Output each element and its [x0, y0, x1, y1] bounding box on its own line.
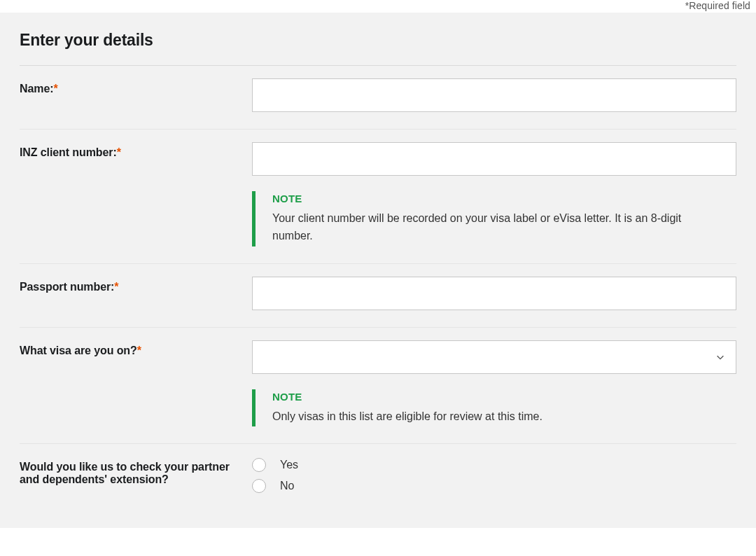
- form-panel: Enter your details Name:* INZ client num…: [0, 13, 756, 528]
- note-accent-bar: [252, 191, 255, 246]
- radio-circle-icon: [252, 458, 266, 472]
- radio-no-label: No: [280, 480, 294, 492]
- visa-label: What visa are you on?*: [20, 345, 141, 356]
- field-col: NOTE Only visas in this list are eligibl…: [252, 340, 736, 427]
- partner-radio-group: Yes No: [252, 457, 736, 493]
- label-col: What visa are you on?*: [20, 340, 252, 427]
- note-text: Your client number will be recorded on y…: [272, 210, 706, 245]
- radio-no[interactable]: No: [252, 479, 736, 493]
- note-visa: NOTE Only visas in this list are eligibl…: [252, 389, 736, 427]
- field-col: Yes No: [252, 457, 736, 500]
- visa-select[interactable]: [252, 340, 736, 374]
- note-body: NOTE Only visas in this list are eligibl…: [272, 389, 542, 427]
- row-client-number: INZ client number:* NOTE Your client num…: [20, 130, 736, 264]
- radio-yes-label: Yes: [280, 459, 298, 471]
- note-body: NOTE Your client number will be recorded…: [272, 191, 706, 246]
- row-name: Name:*: [20, 66, 736, 130]
- partner-label: Would you like us to check your partner …: [20, 461, 230, 485]
- note-title: NOTE: [272, 193, 706, 204]
- label-col: Name:*: [20, 78, 252, 112]
- required-field-hint: *Required field: [0, 0, 756, 13]
- field-col: NOTE Your client number will be recorded…: [252, 142, 736, 246]
- note-accent-bar: [252, 389, 255, 427]
- row-visa: What visa are you on?* NOTE Only visas i…: [20, 328, 736, 445]
- name-input[interactable]: [252, 78, 736, 112]
- row-passport: Passport number:*: [20, 264, 736, 328]
- note-title: NOTE: [272, 391, 542, 403]
- client-number-input[interactable]: [252, 142, 736, 176]
- label-col: INZ client number:*: [20, 142, 252, 246]
- name-label: Name:*: [20, 83, 58, 95]
- page-title: Enter your details: [20, 31, 736, 66]
- visa-select-wrap: [252, 340, 736, 374]
- passport-input[interactable]: [252, 277, 736, 310]
- note-client-number: NOTE Your client number will be recorded…: [252, 191, 736, 246]
- field-col: [252, 277, 736, 310]
- note-text: Only visas in this list are eligible for…: [272, 408, 542, 426]
- label-col: Passport number:*: [20, 277, 252, 310]
- passport-label: Passport number:*: [20, 281, 118, 293]
- field-col: [252, 78, 736, 112]
- label-col: Would you like us to check your partner …: [20, 457, 252, 500]
- radio-yes[interactable]: Yes: [252, 458, 736, 472]
- radio-circle-icon: [252, 479, 266, 493]
- row-partner: Would you like us to check your partner …: [20, 444, 736, 500]
- client-number-label: INZ client number:*: [20, 146, 121, 158]
